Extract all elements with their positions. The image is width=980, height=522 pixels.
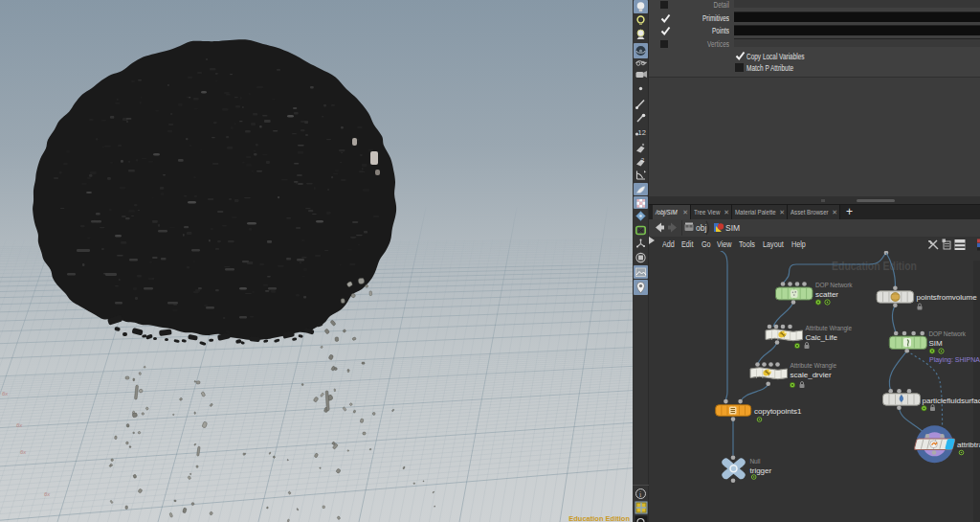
svg-text:SIM: SIM [929, 339, 944, 348]
svg-text:DOP Network: DOP Network [929, 330, 967, 337]
svg-text:pointsfromvolume: pointsfromvolume [917, 293, 978, 302]
svg-text:Education Edition: Education Edition [568, 514, 630, 522]
svg-text:12: 12 [638, 128, 646, 137]
svg-text:Playing: SHIPNAM: Playing: SHIPNAM [929, 356, 980, 364]
svg-text:Calc_Life: Calc_Life [806, 333, 838, 342]
svg-text:6x: 6x [44, 491, 51, 497]
svg-text:particlefluidsurfac: particlefluidsurfac [923, 397, 980, 405]
svg-text:attribtra: attribtra [957, 441, 980, 449]
svg-text:6x: 6x [2, 391, 9, 397]
svg-text:DOP Network: DOP Network [815, 282, 853, 288]
svg-text:2: 2 [641, 157, 644, 163]
svg-text:scale_drvier: scale_drvier [791, 371, 832, 379]
svg-text:6x: 6x [16, 422, 23, 428]
svg-text:Attribute Wrangle: Attribute Wrangle [806, 325, 853, 332]
svg-text:Attribute Wrangle: Attribute Wrangle [791, 362, 837, 370]
svg-text:trigger: trigger [750, 466, 772, 475]
svg-text:Education Edition: Education Edition [832, 260, 917, 273]
svg-text:Null: Null [750, 458, 761, 465]
svg-text:6x: 6x [20, 449, 27, 455]
svg-text:scatter: scatter [815, 290, 838, 299]
svg-text:copytopoints1: copytopoints1 [754, 407, 802, 416]
svg-text:i: i [639, 490, 641, 499]
